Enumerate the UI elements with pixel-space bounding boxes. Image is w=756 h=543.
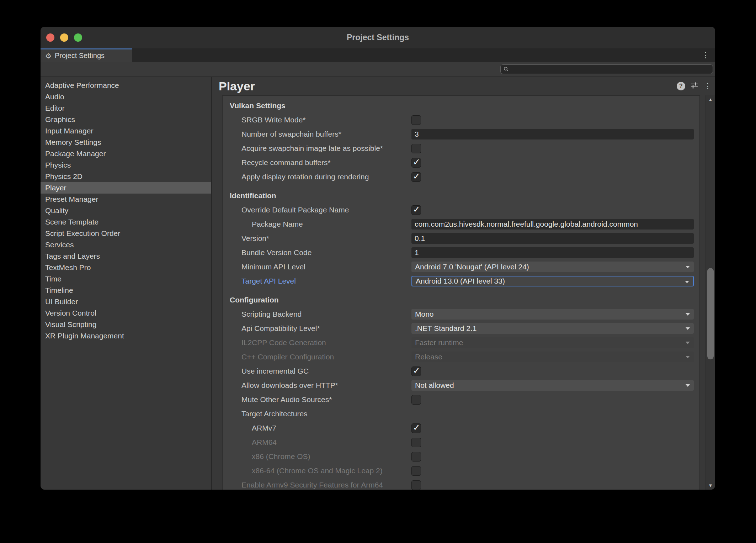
sidebar-item-player[interactable]: Player <box>41 182 211 194</box>
srgb-write-mode-checkbox[interactable] <box>411 115 421 125</box>
row-mute-other-audio-sources: Mute Other Audio Sources* <box>223 392 699 407</box>
tab-overflow-menu-icon[interactable]: ⋮ <box>702 48 709 62</box>
row-label-allow-downloads-over-http: Allow downloads over HTTP* <box>223 381 411 390</box>
row-allow-downloads-over-http: Allow downloads over HTTP*Not allowed <box>223 378 699 392</box>
close-button[interactable] <box>46 33 54 42</box>
row-recycle-command-buffers: Recycle command buffers*✓ <box>223 155 699 170</box>
window-title: Project Settings <box>41 27 715 48</box>
row-label-use-incremental-gc: Use incremental GC <box>223 367 411 375</box>
row-label-il2cpp-code-generation: IL2CPP Code Generation <box>223 338 411 347</box>
sidebar-item-textmesh-pro[interactable]: TextMesh Pro <box>41 262 211 273</box>
package-name-field[interactable]: com.com2us.hivesdk.normal.freefull.googl… <box>411 219 694 230</box>
row-c-compiler-configuration: C++ Compiler ConfigurationRelease <box>223 350 699 364</box>
scroll-up-icon[interactable]: ▲ <box>706 97 715 102</box>
settings-category-list: Adaptive PerformanceAudioEditorGraphicsI… <box>41 77 211 490</box>
row-package-name: Package Namecom.com2us.hivesdk.normal.fr… <box>223 217 699 231</box>
il2cpp-code-generation-dropdown: Faster runtime <box>411 337 694 348</box>
dropdown-value: Android 7.0 'Nougat' (API level 24) <box>415 263 529 271</box>
sidebar-item-physics-2d[interactable]: Physics 2D <box>41 171 211 182</box>
bundle-version-code-field[interactable]: 1 <box>411 247 694 258</box>
zoom-button[interactable] <box>74 33 82 42</box>
row-use-incremental-gc: Use incremental GC✓ <box>223 364 699 378</box>
row-label-c-compiler-configuration: C++ Compiler Configuration <box>223 353 411 361</box>
use-incremental-gc-checkbox[interactable]: ✓ <box>411 367 421 376</box>
tab-bar: ⚙ Project Settings ⋮ <box>41 48 715 62</box>
sidebar-item-adaptive-performance[interactable]: Adaptive Performance <box>41 80 211 91</box>
apply-display-rotation-during-rendering-checkbox[interactable]: ✓ <box>411 172 421 182</box>
sidebar-item-visual-scripting[interactable]: Visual Scripting <box>41 319 211 330</box>
row-label-srgb-write-mode: SRGB Write Mode* <box>223 116 411 124</box>
row-override-default-package-name: Override Default Package Name✓ <box>223 203 699 217</box>
sidebar-item-physics[interactable]: Physics <box>41 159 211 171</box>
title-bar: Project Settings <box>41 27 715 48</box>
row-api-compatibility-level: Api Compatibility Level*.NET Standard 2.… <box>223 321 699 336</box>
sidebar-item-package-manager[interactable]: Package Manager <box>41 148 211 159</box>
sidebar-item-time[interactable]: Time <box>41 273 211 285</box>
field-value: 1 <box>415 248 419 257</box>
sidebar-item-tags-and-layers[interactable]: Tags and Layers <box>41 251 211 262</box>
row-label-api-compatibility-level: Api Compatibility Level* <box>223 324 411 333</box>
dropdown-value: Faster runtime <box>415 338 463 347</box>
minimize-button[interactable] <box>60 33 68 42</box>
row-srgb-write-mode: SRGB Write Mode* <box>223 113 699 127</box>
sidebar-item-xr-plugin-management[interactable]: XR Plugin Management <box>41 330 211 342</box>
sidebar-item-services[interactable]: Services <box>41 239 211 251</box>
content-header: Player <box>212 77 715 95</box>
row-apply-display-rotation-during-rendering: Apply display rotation during rendering✓ <box>223 170 699 184</box>
header-icons: ? ⋮ <box>677 77 712 95</box>
field-value: 0.1 <box>415 234 425 243</box>
number-of-swapchain-buffers-field[interactable]: 3 <box>411 129 694 139</box>
sidebar-item-preset-manager[interactable]: Preset Manager <box>41 194 211 205</box>
help-icon[interactable]: ? <box>677 82 685 90</box>
player-settings-panel: Vulkan SettingsSRGB Write Mode*Number of… <box>222 95 700 490</box>
row-enable-armv9-security-features-for-arm64: Enable Armv9 Security Features for Arm64 <box>223 478 699 490</box>
acquire-swapchain-image-late-as-possible-checkbox[interactable] <box>411 144 421 153</box>
row-target-api-level: Target API LevelAndroid 13.0 (API level … <box>223 274 699 288</box>
more-options-icon[interactable]: ⋮ <box>704 81 712 91</box>
tab-label: Project Settings <box>55 52 105 60</box>
sidebar-item-quality[interactable]: Quality <box>41 205 211 216</box>
field-value: 3 <box>415 130 419 138</box>
row-label-scripting-backend: Scripting Backend <box>223 310 411 318</box>
allow-downloads-over-http-dropdown[interactable]: Not allowed <box>411 380 694 391</box>
sidebar-item-ui-builder[interactable]: UI Builder <box>41 296 211 307</box>
row-target-architectures: Target Architectures <box>223 407 699 421</box>
chevron-down-icon <box>686 342 690 344</box>
row-label-acquire-swapchain-image-late-as-possible: Acquire swapchain image late as possible… <box>223 144 411 153</box>
scrollbar-thumb[interactable] <box>707 268 714 359</box>
sidebar-item-input-manager[interactable]: Input Manager <box>41 125 211 137</box>
row-label-recycle-command-buffers: Recycle command buffers* <box>223 158 411 167</box>
tab-project-settings[interactable]: ⚙ Project Settings <box>41 48 132 62</box>
gear-icon: ⚙ <box>45 52 52 59</box>
sidebar-item-scene-template[interactable]: Scene Template <box>41 216 211 228</box>
recycle-command-buffers-checkbox[interactable]: ✓ <box>411 158 421 168</box>
row-label-override-default-package-name: Override Default Package Name <box>223 206 411 214</box>
search-box[interactable] <box>500 64 713 74</box>
sidebar-item-timeline[interactable]: Timeline <box>41 285 211 296</box>
scripting-backend-dropdown[interactable]: Mono <box>411 309 694 320</box>
sidebar-item-graphics[interactable]: Graphics <box>41 114 211 125</box>
preset-sliders-icon[interactable] <box>691 81 698 91</box>
armv7-checkbox[interactable]: ✓ <box>411 423 421 433</box>
sidebar-item-memory-settings[interactable]: Memory Settings <box>41 137 211 148</box>
dropdown-value: Mono <box>415 310 434 318</box>
enable-armv9-security-features-for-arm64-checkbox <box>411 480 421 490</box>
scroll-down-icon[interactable]: ▼ <box>706 483 715 488</box>
version-field[interactable]: 0.1 <box>411 233 694 244</box>
sidebar-item-audio[interactable]: Audio <box>41 91 211 102</box>
mute-other-audio-sources-checkbox[interactable] <box>411 395 421 405</box>
minimum-api-level-dropdown[interactable]: Android 7.0 'Nougat' (API level 24) <box>411 262 694 272</box>
sidebar-item-version-control[interactable]: Version Control <box>41 307 211 319</box>
row-label-package-name: Package Name <box>223 220 411 228</box>
field-value: com.com2us.hivesdk.normal.freefull.googl… <box>415 220 638 228</box>
sidebar-item-script-execution-order[interactable]: Script Execution Order <box>41 228 211 239</box>
sidebar-item-editor[interactable]: Editor <box>41 102 211 114</box>
override-default-package-name-checkbox[interactable]: ✓ <box>411 205 421 215</box>
dropdown-value: Not allowed <box>415 381 454 390</box>
dropdown-value: Android 13.0 (API level 33) <box>416 277 505 285</box>
row-label-target-api-level: Target API Level <box>223 277 411 285</box>
target-api-level-dropdown[interactable]: Android 13.0 (API level 33) <box>411 276 694 286</box>
dropdown-value: Release <box>415 353 442 361</box>
search-input[interactable] <box>511 64 713 74</box>
api-compatibility-level-dropdown[interactable]: .NET Standard 2.1 <box>411 323 694 334</box>
